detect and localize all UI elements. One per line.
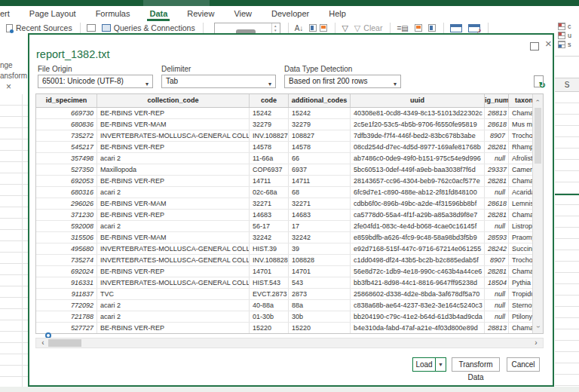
cell-id_specimen: 772092 [36, 300, 97, 311]
cell-ig_num: null [485, 153, 509, 164]
refresh-preview-icon[interactable] [534, 75, 544, 87]
flash-fill-icon[interactable] [415, 24, 422, 32]
cell-code: COP6937 [250, 164, 289, 175]
ribbon-tab-formulas[interactable]: Formulas [86, 7, 140, 21]
horizontal-scrollbar-thumb[interactable] [48, 339, 81, 347]
ribbon-tab-view[interactable]: View [224, 7, 262, 21]
forecast-sheet-icon[interactable] [468, 24, 480, 32]
window-bottom-strip [0, 387, 579, 392]
subtotal-button[interactable]: s [558, 40, 579, 48]
column-header-ig_num[interactable]: ig_num [485, 94, 509, 107]
table-row: 680836BE-RBINS VER-MAM32279322792c5e1f20… [36, 119, 543, 130]
cell-collection_code: BE-RBINS VER-REP [97, 142, 250, 152]
cell-additional_codes: 68 [289, 187, 351, 198]
cell-id_specimen: 296026 [36, 198, 97, 209]
column-header-collection_code[interactable]: collection_code [97, 94, 250, 107]
file-origin-select[interactable]: 65001: Unicode (UTF-8) ▾ [38, 75, 153, 88]
cell-additional_codes: 88a [289, 300, 351, 311]
ribbon-tab-ert[interactable]: ert [0, 7, 20, 21]
cell-additional_codes: 14683 [289, 210, 351, 220]
cell-collection_code: BE-RBINS VER-REP [97, 323, 250, 333]
ungroup-button[interactable]: u [558, 31, 579, 39]
cell-uuid: 08cd254d-d7ec-4d5d-8977-169afe81768b [351, 142, 485, 152]
cell-ig_num: 8907 [485, 130, 509, 141]
cell-code: 14578 [250, 142, 289, 152]
clear-filter-button[interactable]: ▽ Clear [354, 23, 383, 33]
cell-collection_code: BE-RBINS VER-REP [97, 176, 250, 186]
cell-collection_code: BE-RBINS VER-REP [97, 108, 250, 118]
cell-additional_codes: 108827 [289, 130, 351, 141]
cell-collection_code: INVERTEBRATES-MOLLUSCA-GENERAL COLLECTIO… [97, 130, 250, 141]
table-row: 680316acari 202c-68a686fc9d7e1-c890-488e… [36, 187, 543, 198]
data-type-detection-select[interactable]: Based on first 200 rows ▾ [284, 75, 401, 88]
sort-dialog-icon[interactable] [309, 24, 327, 32]
cell-collection_code: BE-RBINS VER-MAM [97, 119, 250, 130]
cell-additional_codes: 108828 [289, 255, 351, 265]
cell-code: 02c-68a [250, 187, 289, 198]
cell-uuid: 56e8d72c-1db9-4e18-990c-c463b4a44ce6 [351, 266, 485, 277]
column-header-additional_codes[interactable]: additional_codes [289, 94, 351, 107]
cancel-button[interactable]: Cancel [507, 357, 540, 372]
remove-duplicates-icon[interactable] [428, 24, 436, 32]
ribbon-tab-data[interactable]: Data [139, 7, 177, 21]
vertical-scrollbar-thumb[interactable] [535, 108, 541, 164]
cell-ig_num: 8907 [485, 255, 509, 265]
cell-id_specimen: 911837 [36, 289, 97, 299]
preview-table: id_specimencollection_codecodeadditional… [35, 93, 544, 334]
ribbon-tab-review[interactable]: Review [177, 7, 224, 21]
dialog-close-icon[interactable]: × [545, 38, 552, 49]
cell-id_specimen: 371230 [36, 210, 97, 220]
cell-additional_codes: 32279 [289, 119, 351, 130]
ribbon-gallery-box[interactable]: ▴▾ [214, 23, 280, 34]
column-header-s[interactable]: S [555, 78, 579, 92]
group-button[interactable]: c [558, 22, 579, 30]
load-dropdown-button[interactable]: ▼ [435, 357, 446, 372]
cell-code: 32271 [250, 198, 289, 209]
cell-code: 14683 [250, 210, 289, 220]
existing-connections-icon[interactable] [87, 24, 96, 32]
horizontal-scrollbar[interactable]: ‹ › [35, 338, 544, 348]
text-to-columns-icon[interactable]: =▤ [397, 24, 408, 32]
cell-ig_num: 28281 [485, 176, 509, 186]
transform-data-button[interactable]: Transform Data [452, 357, 500, 372]
scroll-down-icon[interactable]: › [533, 321, 543, 332]
cell-additional_codes: 14711 [289, 176, 351, 186]
ribbon-tab-page-layout[interactable]: Page Layout [20, 7, 86, 21]
dialog-maximize-icon[interactable] [530, 42, 539, 51]
text-import-dialog: × report_1382.txt File Origin Delimiter … [28, 33, 554, 387]
scroll-left-icon[interactable]: ‹ [38, 338, 48, 348]
delimiter-select[interactable]: Tab ▾ [161, 75, 276, 88]
column-header-uuid[interactable]: uuid [351, 94, 485, 107]
cell-collection_code: INVERTEBRATES-MOLLUSCA-GENERAL COLLECTIO… [97, 243, 250, 254]
cell-ig_num: null [485, 187, 509, 198]
preview-table-header: id_specimencollection_codecodeadditional… [36, 94, 543, 108]
table-row: 495680INVERTEBRATES-MOLLUSCA-GENERAL COL… [36, 243, 543, 255]
cell-additional_codes: 15242 [289, 108, 351, 118]
pane-close-icon[interactable]: × [6, 81, 11, 92]
vertical-scrollbar[interactable]: › › [532, 94, 543, 333]
column-header-id_specimen[interactable]: id_specimen [36, 94, 97, 107]
cell-code: 14711 [250, 176, 289, 186]
cell-additional_codes: 2873 [289, 289, 351, 299]
gallery-scroll-arrows[interactable]: ▴▾ [271, 23, 279, 33]
ribbon-tab-developer[interactable]: Developer [262, 7, 319, 21]
ribbon-tab-help[interactable]: Help [319, 7, 356, 21]
scroll-right-icon[interactable]: › [531, 338, 541, 348]
recent-sources-button[interactable]: Recent Sources [6, 23, 72, 32]
cell-id_specimen: 735272 [36, 130, 97, 141]
column-header-code[interactable]: code [250, 94, 289, 107]
table-row: 911837TVCEVCT.2873287325868602-d338-4d2e… [36, 289, 543, 300]
table-row: 735272INVERTEBRATES-MOLLUSCA-GENERAL COL… [36, 130, 543, 142]
scroll-up-icon[interactable]: › [533, 95, 543, 106]
table-row: 669730BE-RBINS VER-REP152421524240308e81… [36, 108, 543, 119]
titlebar-search-box[interactable] [143, 0, 210, 6]
worksheet-background-right: c u s S [555, 21, 579, 387]
cell-additional_codes: 14578 [289, 142, 351, 152]
cell-id_specimen: 592008 [36, 221, 97, 231]
sort-az-icon[interactable]: A↓ [295, 24, 304, 32]
dialog-title: report_1382.txt [36, 48, 110, 60]
whatif-table-icon[interactable] [450, 24, 462, 32]
load-button[interactable]: Load [412, 357, 436, 372]
queries-connections-button[interactable]: Queries & Connections [102, 23, 195, 32]
filter-icon[interactable]: ▽ [342, 23, 348, 33]
